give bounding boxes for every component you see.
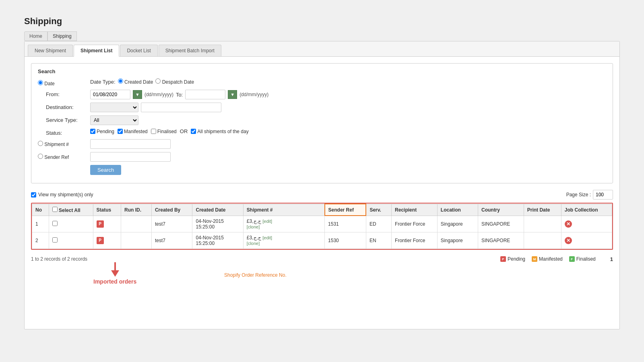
tab-docket-list[interactable]: Docket List bbox=[120, 45, 157, 56]
edit-link-2[interactable]: [edit] bbox=[262, 235, 272, 240]
destination-fields bbox=[90, 103, 606, 112]
sender-ref-input[interactable] bbox=[90, 152, 171, 162]
options-row: View my shipment(s) only Page Size : bbox=[31, 190, 613, 200]
legend-manifested-label: Manifested bbox=[539, 256, 563, 262]
all-day-checkbox[interactable] bbox=[191, 129, 196, 134]
all-day-checkbox-label[interactable]: All shipments of the day bbox=[191, 129, 248, 134]
view-my-shipments-text: View my shipment(s) only bbox=[38, 192, 93, 197]
despatch-date-radio[interactable] bbox=[155, 78, 161, 84]
created-date-radio[interactable] bbox=[118, 78, 123, 84]
status-row: Status: Pending Manifested bbox=[38, 128, 606, 136]
service-type-select[interactable]: All bbox=[90, 115, 138, 125]
col-header-select[interactable]: Select All bbox=[49, 204, 93, 216]
table-row: 1 P test7 04-Nov-2015 15:25:00 £ج bbox=[32, 216, 612, 232]
from-date-format-btn[interactable]: ▼ bbox=[133, 90, 142, 99]
col-header-no: No bbox=[32, 204, 49, 216]
cell-createddate-2: 04-Nov-2015 15:25:00 bbox=[192, 232, 243, 249]
tab-new-shipment[interactable]: New Shipment bbox=[28, 45, 73, 56]
status-label: Status: bbox=[46, 130, 62, 136]
shipment-num-radio-label[interactable]: Shipment # bbox=[38, 142, 69, 147]
shipment-num-input[interactable] bbox=[90, 139, 171, 149]
pending-checkbox-label[interactable]: Pending bbox=[90, 129, 114, 134]
all-day-label: All shipments of the day bbox=[197, 129, 248, 134]
cell-serv-1: ED bbox=[366, 216, 391, 232]
manifested-checkbox[interactable] bbox=[118, 129, 123, 134]
row-checkbox-1[interactable] bbox=[52, 221, 58, 226]
from-date-format-text: (dd/mm/yyyy) bbox=[144, 92, 173, 97]
select-all-checkbox[interactable] bbox=[52, 207, 58, 212]
page-size-input[interactable] bbox=[593, 190, 613, 200]
col-header-recipient: Recipient bbox=[392, 204, 438, 216]
date-radio-label[interactable]: Date bbox=[38, 81, 55, 86]
view-my-shipments-label[interactable]: View my shipment(s) only bbox=[31, 192, 93, 197]
date-type-label: Date Type: bbox=[90, 79, 116, 85]
search-button[interactable]: Search bbox=[90, 165, 121, 175]
cell-status-1: P bbox=[93, 216, 121, 232]
clone-link-1[interactable]: [clone] bbox=[247, 224, 260, 229]
despatch-date-label: Despatch Date bbox=[162, 79, 194, 85]
col-header-senderref: Sender Ref bbox=[325, 204, 366, 216]
cell-location-1: Singapore bbox=[437, 216, 478, 232]
service-type-label: Service Type: bbox=[46, 117, 78, 123]
clone-link-2[interactable]: [clone] bbox=[247, 241, 260, 246]
col-header-runid: Run ID. bbox=[121, 204, 152, 216]
to-date-format-text: (dd/mm/yyyy) bbox=[239, 92, 268, 97]
cell-serv-2: EN bbox=[366, 232, 391, 249]
view-my-shipments-checkbox[interactable] bbox=[31, 192, 36, 197]
imported-orders-annotation: Imported orders bbox=[93, 262, 136, 285]
search-section: Search Date Date Type: Created Date bbox=[31, 63, 613, 183]
pending-checkbox[interactable] bbox=[90, 129, 95, 134]
tab-shipment-list[interactable]: Shipment List bbox=[74, 45, 119, 57]
to-date-format-btn[interactable]: ▼ bbox=[228, 90, 237, 99]
sender-ref-radio[interactable] bbox=[38, 154, 43, 159]
sender-ref-radio-label[interactable]: Sender Ref bbox=[38, 154, 69, 160]
destination-text-input[interactable] bbox=[141, 103, 221, 112]
from-date-input[interactable] bbox=[90, 90, 130, 99]
despatch-date-radio-label[interactable]: Despatch Date bbox=[155, 78, 194, 85]
data-table: No Select All Status Run ID. Created By … bbox=[32, 204, 612, 249]
footer-area: 1 to 2 records of 2 records P Pending M … bbox=[31, 256, 613, 323]
page-num: 1 bbox=[610, 256, 613, 262]
row-checkbox-2[interactable] bbox=[52, 237, 58, 243]
table-header-row: No Select All Status Run ID. Created By … bbox=[32, 204, 612, 216]
breadcrumb-home[interactable]: Home bbox=[24, 31, 47, 41]
created-date-label: Created Date bbox=[124, 79, 153, 85]
cell-printdate-2 bbox=[524, 232, 561, 249]
tab-shipment-batch-import[interactable]: Shipment Batch Import bbox=[159, 45, 221, 56]
date-label: Date bbox=[44, 81, 54, 86]
date-radio[interactable] bbox=[38, 80, 43, 85]
manifested-checkbox-label[interactable]: Manifested bbox=[118, 129, 148, 134]
panel-content: Search Date Date Type: Created Date bbox=[25, 57, 619, 329]
shipment-num-radio[interactable] bbox=[38, 141, 43, 146]
col-header-createdby: Created By bbox=[151, 204, 192, 216]
shipment-num-text-1: £ج,ج,3 bbox=[247, 218, 261, 224]
destination-select[interactable] bbox=[90, 103, 138, 112]
edit-link-1[interactable]: [edit] bbox=[262, 219, 272, 224]
finalised-checkbox-label[interactable]: Finalised bbox=[151, 129, 177, 134]
delete-icon-1[interactable]: ✕ bbox=[565, 220, 572, 228]
cell-runid-1 bbox=[121, 216, 152, 232]
from-to-row: From: ▼ (dd/mm/yyyy) To: ▼ (dd/mm/yyyy) bbox=[38, 90, 606, 99]
legend-pending-icon: P bbox=[500, 256, 506, 262]
created-date-radio-label[interactable]: Created Date bbox=[118, 78, 153, 85]
records-info: 1 to 2 records of 2 records bbox=[31, 256, 87, 262]
cell-jobcollection-1[interactable]: ✕ bbox=[561, 216, 612, 232]
cell-jobcollection-2[interactable]: ✕ bbox=[561, 232, 612, 249]
cell-checkbox-1[interactable] bbox=[49, 216, 93, 232]
delete-icon-2[interactable]: ✕ bbox=[565, 237, 572, 244]
sender-ref-fields bbox=[90, 152, 606, 162]
destination-row: Destination: bbox=[38, 103, 606, 112]
service-type-fields: All bbox=[90, 115, 606, 125]
data-table-wrapper: No Select All Status Run ID. Created By … bbox=[31, 203, 613, 250]
legend-pending-label: Pending bbox=[508, 256, 525, 262]
cell-recipient-2: Frontier Force bbox=[392, 232, 438, 249]
finalised-checkbox[interactable] bbox=[151, 129, 156, 134]
tab-bar: New Shipment Shipment List Docket List S… bbox=[25, 41, 619, 57]
cell-checkbox-2[interactable] bbox=[49, 232, 93, 249]
cell-shipmentnum-1: £ج,ج,3 [edit] [clone] bbox=[243, 216, 324, 232]
table-row: 2 P test7 04-Nov-2015 15:25:00 £ج bbox=[32, 232, 612, 249]
shipment-num-fields bbox=[90, 139, 606, 149]
breadcrumb-shipping[interactable]: Shipping bbox=[47, 31, 77, 41]
to-date-input[interactable] bbox=[185, 90, 225, 99]
cell-status-2: P bbox=[93, 232, 121, 249]
